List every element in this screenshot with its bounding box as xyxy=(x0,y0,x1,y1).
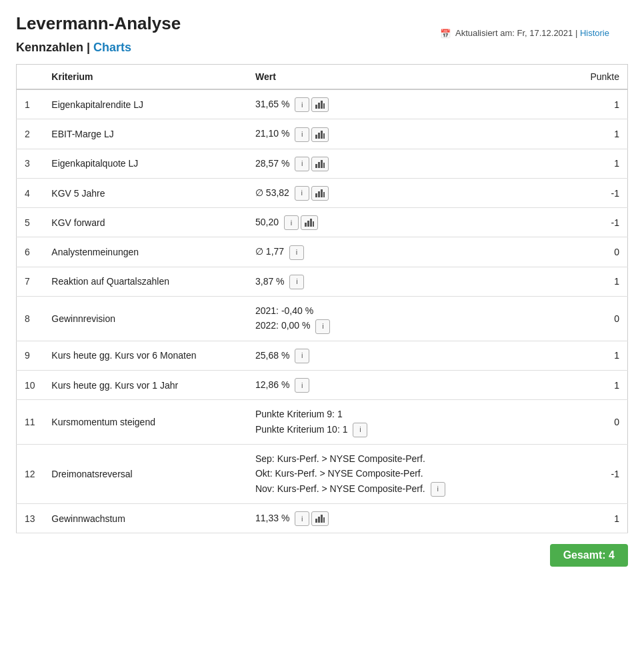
info-button[interactable]: i xyxy=(284,215,299,230)
row-nr: 13 xyxy=(17,504,44,533)
row-punkte: 0 xyxy=(573,400,628,445)
wert-line: 12,86 % i xyxy=(255,377,565,393)
info-button[interactable]: i xyxy=(295,127,309,142)
wert-line: ∅ 1,77 i xyxy=(255,244,565,259)
table-row: 11Kursmomentum steigendPunkte Kriterium … xyxy=(17,400,628,445)
row-punkte: 1 xyxy=(573,89,628,119)
svg-rect-0 xyxy=(315,105,317,109)
chart-button[interactable] xyxy=(311,186,329,201)
info-button[interactable]: i xyxy=(295,511,309,526)
table-row: 7Reaktion auf Quartalszahlen3,87 % i1 xyxy=(17,267,628,296)
svg-rect-16 xyxy=(305,223,307,227)
total-badge: Gesamt: 4 xyxy=(550,544,628,567)
svg-rect-2 xyxy=(321,101,323,109)
table-row: 2EBIT-Marge LJ21,10 % i1 xyxy=(17,119,628,149)
info-button[interactable]: i xyxy=(295,349,309,363)
row-nr: 5 xyxy=(17,208,44,237)
wert-line: Punkte Kriterium 10: 1 i xyxy=(255,422,565,437)
row-punkte: 0 xyxy=(573,237,628,267)
row-punkte: 1 xyxy=(573,267,628,296)
svg-rect-11 xyxy=(323,163,325,168)
info-button[interactable]: i xyxy=(353,423,367,437)
svg-rect-10 xyxy=(321,160,323,168)
row-punkte: -1 xyxy=(573,178,628,207)
svg-rect-14 xyxy=(321,189,323,197)
table-row: 9Kurs heute gg. Kurs vor 6 Monaten25,68 … xyxy=(17,341,628,370)
row-wert: 2021: -0,40 % 2022: 0,00 % i xyxy=(247,297,573,341)
row-kriterium: Eigenkapitalrendite LJ xyxy=(43,89,247,119)
row-punkte: -1 xyxy=(573,208,628,237)
info-button[interactable]: i xyxy=(295,157,309,171)
table-row: 1Eigenkapitalrendite LJ31,65 % i1 xyxy=(17,89,628,119)
chart-button[interactable] xyxy=(311,511,329,526)
info-button[interactable]: i xyxy=(315,319,330,334)
col-header-nr xyxy=(17,65,44,90)
wert-line: Sep: Kurs-Perf. > NYSE Composite-Perf. xyxy=(255,451,565,466)
row-wert: 28,57 % i xyxy=(247,149,573,178)
svg-rect-5 xyxy=(318,133,320,139)
svg-rect-22 xyxy=(321,515,323,523)
row-nr: 3 xyxy=(17,149,44,178)
table-header-row: Kriterium Wert Punkte xyxy=(17,65,628,90)
row-kriterium: KGV 5 Jahre xyxy=(43,178,247,207)
col-header-wert: Wert xyxy=(247,65,573,90)
total-row: Gesamt: 4 xyxy=(16,544,628,567)
wert-line: Nov: Kurs-Perf. > NYSE Composite-Perf. i xyxy=(255,481,565,497)
wert-line: 21,10 % i xyxy=(255,126,565,141)
historie-link[interactable]: Historie xyxy=(580,28,609,38)
row-punkte: 0 xyxy=(573,297,628,341)
kennzahlen-label: Kennzahlen xyxy=(16,41,83,54)
row-punkte: 1 xyxy=(573,504,628,533)
svg-rect-13 xyxy=(318,191,320,197)
svg-rect-1 xyxy=(318,103,320,109)
info-button[interactable]: i xyxy=(295,97,309,112)
wert-line: 31,65 % i xyxy=(255,97,565,112)
info-button[interactable]: i xyxy=(295,378,309,393)
row-wert: 11,33 % i xyxy=(247,504,573,533)
wert-line: 50,20 i xyxy=(255,215,565,230)
wert-line: ∅ 53,82 i xyxy=(255,185,565,201)
chart-button[interactable] xyxy=(311,97,329,112)
info-button[interactable]: i xyxy=(289,275,304,289)
info-button[interactable]: i xyxy=(295,186,309,201)
row-wert: 21,10 % i xyxy=(247,119,573,149)
wert-line: 25,68 % i xyxy=(255,348,565,363)
svg-rect-3 xyxy=(323,103,325,109)
svg-rect-20 xyxy=(315,519,317,523)
wert-line: 28,57 % i xyxy=(255,156,565,171)
chart-button[interactable] xyxy=(301,215,318,230)
row-kriterium: KGV forward xyxy=(43,208,247,237)
info-button[interactable]: i xyxy=(431,482,445,497)
row-wert: Punkte Kriterium 9: 1 Punkte Kriterium 1… xyxy=(247,400,573,445)
row-kriterium: Kurs heute gg. Kurs vor 6 Monaten xyxy=(43,341,247,370)
row-kriterium: Gewinnrevision xyxy=(43,297,247,341)
wert-line: 2021: -0,40 % xyxy=(255,303,565,318)
wert-line: 11,33 % i xyxy=(255,511,565,526)
table-row: 13Gewinnwachstum11,33 % i1 xyxy=(17,504,628,533)
row-nr: 9 xyxy=(17,341,44,370)
row-kriterium: Eigenkapitalquote LJ xyxy=(43,149,247,178)
row-wert: ∅ 1,77 i xyxy=(247,237,573,267)
row-kriterium: EBIT-Marge LJ xyxy=(43,119,247,149)
table-row: 4KGV 5 Jahre∅ 53,82 i-1 xyxy=(17,178,628,207)
updated-label: Aktualisiert am: Fr, 17.12.2021 | xyxy=(455,28,577,38)
svg-rect-17 xyxy=(307,221,309,227)
col-header-kriterium: Kriterium xyxy=(43,65,247,90)
row-nr: 10 xyxy=(17,371,44,400)
row-kriterium: Gewinnwachstum xyxy=(43,504,247,533)
row-kriterium: Reaktion auf Quartalszahlen xyxy=(43,267,247,296)
wert-line: Okt: Kurs-Perf. > NYSE Composite-Perf. xyxy=(255,466,565,481)
row-kriterium: Dreimonatsreversal xyxy=(43,445,247,504)
wert-line: 3,87 % i xyxy=(255,274,565,289)
row-punkte: 1 xyxy=(573,341,628,370)
chart-button[interactable] xyxy=(311,127,329,142)
wert-line: Punkte Kriterium 9: 1 xyxy=(255,407,565,421)
svg-rect-12 xyxy=(315,193,317,197)
info-button[interactable]: i xyxy=(289,245,304,260)
row-punkte: 1 xyxy=(573,119,628,149)
chart-button[interactable] xyxy=(311,157,329,171)
svg-rect-4 xyxy=(315,135,317,139)
svg-rect-8 xyxy=(315,164,317,168)
charts-link[interactable]: Charts xyxy=(93,41,131,54)
row-nr: 11 xyxy=(17,400,44,445)
